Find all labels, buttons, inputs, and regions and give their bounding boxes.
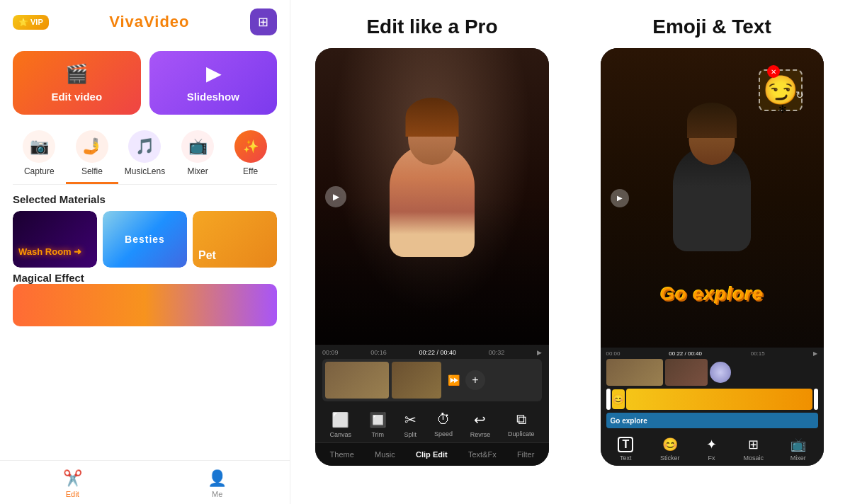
tool-mixer[interactable]: 📺 Mixer: [171, 130, 225, 184]
edit-video-icon: 🎬: [65, 63, 88, 85]
speed-icon: ⏱: [436, 411, 450, 428]
magical-effect-preview[interactable]: [13, 284, 277, 326]
tools-bar: ⬜ Canvas 🔲 Trim ✂ Split ⏱ Speed ↩ Rev: [315, 404, 549, 442]
sticker-left-handle[interactable]: [606, 389, 611, 410]
menu-text-fx[interactable]: Text&Fx: [468, 450, 497, 459]
trim-tool[interactable]: 🔲 Trim: [369, 411, 387, 438]
menu-theme[interactable]: Theme: [330, 450, 354, 459]
video-bg: ▶: [315, 48, 549, 345]
besties-label: Besties: [125, 234, 165, 245]
material-besties[interactable]: Besties: [103, 211, 187, 268]
right-person-bg: 😏 ✕ ↻ ✻ Go explore ▶: [601, 48, 824, 348]
musiclens-icon: 🎵: [128, 130, 161, 163]
canvas-tool[interactable]: ⬜ Canvas: [329, 411, 351, 438]
bottom-menu: Theme Music Clip Edit Text&Fx Filter: [315, 442, 549, 466]
right-heading: Emoji & Text: [574, 0, 850, 48]
middle-panel: Edit like a Pro: [290, 0, 574, 504]
middle-heading: Edit like a Pro: [290, 0, 574, 48]
fx-icon: ✦: [706, 437, 717, 452]
trim-icon: 🔲: [369, 411, 387, 428]
fx-tool[interactable]: ✦ Fx: [706, 437, 717, 462]
nav-me[interactable]: 👤 Me: [145, 466, 290, 501]
sticker-right-handle[interactable]: [814, 389, 818, 410]
middle-phone-mockup: ▶ 00:09 00:16 00:22 / 00:40 00:32 ▶ ⏩ +: [290, 48, 574, 504]
slideshow-icon: ▶: [206, 63, 220, 85]
tool-musiclens[interactable]: 🎵 MusicLens: [118, 130, 171, 184]
vip-badge[interactable]: ⭐ VIP: [13, 15, 49, 30]
clip-2[interactable]: [392, 362, 441, 399]
canvas-icon: ⬜: [332, 411, 349, 428]
selected-materials-title: Selected Materials: [0, 185, 290, 211]
sparkle-sticker: ✻: [778, 103, 787, 115]
sticker-yellow-bar[interactable]: [626, 389, 812, 410]
me-nav-icon: 👤: [208, 469, 227, 488]
sticker-tool[interactable]: 😊 Sticker: [660, 437, 680, 462]
text-tool[interactable]: T Text: [618, 437, 633, 462]
go-explore-overlay: Go explore: [601, 283, 824, 305]
right-phone-screen: 😏 ✕ ↻ ✻ Go explore ▶ 00:00 00:22 / 00:40…: [601, 48, 824, 466]
right-timeline: 00:00 00:22 / 00:40 00:15 ▶ 😊: [601, 348, 824, 431]
rotate-handle[interactable]: ↻: [795, 89, 804, 101]
video-area: ▶: [315, 48, 549, 345]
clip-1[interactable]: [325, 362, 389, 399]
mosaic-tool[interactable]: ⊞ Mosaic: [744, 437, 764, 462]
sticker-bar-row: 😊: [606, 389, 818, 410]
material-washroom[interactable]: Wash Room ➜: [13, 211, 97, 268]
timeline-bar: 00:09 00:16 00:22 / 00:40 00:32 ▶ ⏩ +: [315, 345, 549, 404]
add-clip-button[interactable]: +: [465, 370, 485, 390]
sticker-emoji-icon: 😊: [612, 389, 625, 409]
right-track-area: 😊 Go explore: [606, 359, 818, 428]
right-panel: Emoji & Text 😏 ✕: [574, 0, 850, 504]
split-tool[interactable]: ✂ Split: [404, 411, 417, 438]
menu-music[interactable]: Music: [375, 450, 395, 459]
tool-selfie[interactable]: 🤳 Selfie: [66, 130, 119, 184]
duplicate-tool[interactable]: ⧉ Duplicate: [508, 411, 535, 438]
circle-clip[interactable]: [710, 362, 731, 383]
tools-row: 📷 Capture 🤳 Selfie 🎵 MusicLens 📺 Mixer ✨…: [0, 125, 290, 184]
middle-phone-screen: ▶ 00:09 00:16 00:22 / 00:40 00:32 ▶ ⏩ +: [315, 48, 549, 466]
right-phone-mockup: 😏 ✕ ↻ ✻ Go explore ▶ 00:00 00:22 / 00:40…: [574, 48, 850, 504]
left-panel: ⭐ VIP VivaVideo ⊞ 🎬 Edit video ▶ Slidesh…: [0, 0, 290, 504]
right-clip-2[interactable]: [665, 359, 708, 386]
effe-icon: ✨: [234, 130, 267, 163]
revrse-tool[interactable]: ↩ Revrse: [470, 411, 491, 438]
right-clip-1[interactable]: [606, 359, 663, 386]
mosaic-icon: ⊞: [748, 437, 759, 452]
right-mixer-tool[interactable]: 📺 Mixer: [790, 437, 806, 462]
menu-clip-edit[interactable]: Clip Edit: [416, 450, 448, 459]
washroom-label: Wash Room ➜: [18, 246, 81, 257]
edit-video-button[interactable]: 🎬 Edit video: [13, 51, 141, 115]
go-explore-bar[interactable]: Go explore: [606, 413, 818, 428]
mixer-icon: 📺: [181, 130, 214, 163]
fast-forward-btn[interactable]: ⏩: [444, 371, 463, 389]
selfie-icon: 🤳: [76, 130, 108, 163]
tool-capture[interactable]: 📷 Capture: [13, 130, 66, 184]
menu-filter[interactable]: Filter: [517, 450, 534, 459]
duplicate-icon: ⧉: [516, 411, 526, 428]
material-pet[interactable]: Pet: [193, 211, 277, 268]
app-icon-button[interactable]: ⊞: [250, 8, 277, 35]
timeline-track[interactable]: ⏩ +: [322, 359, 542, 401]
text-icon: T: [618, 437, 633, 452]
nav-edit[interactable]: ✂️ Edit: [0, 466, 145, 501]
time-labels: 00:09 00:16 00:22 / 00:40 00:32 ▶: [322, 349, 542, 356]
bottom-nav: ✂️ Edit 👤 Me: [0, 460, 290, 504]
play-button[interactable]: ▶: [325, 186, 346, 207]
right-tools-bar: T Text 😊 Sticker ✦ Fx ⊞ Mosaic 📺 Mix: [601, 431, 824, 466]
go-explore-bar-row: Go explore: [606, 413, 818, 428]
magical-effect-title: Magical Effect: [0, 268, 290, 284]
revrse-icon: ↩: [474, 411, 486, 428]
right-time-labels: 00:00 00:22 / 00:40 00:15 ▶: [606, 350, 818, 357]
app-logo: VivaVideo: [109, 13, 189, 31]
action-buttons-row: 🎬 Edit video ▶ Slideshow: [0, 44, 290, 125]
tool-effe[interactable]: ✨ Effe: [224, 130, 277, 184]
speed-tool[interactable]: ⏱ Speed: [434, 411, 453, 438]
sticker-icon: 😊: [662, 437, 678, 452]
capture-icon: 📷: [23, 130, 55, 163]
emoji-close-button[interactable]: ✕: [767, 65, 780, 78]
edit-nav-icon: ✂️: [63, 469, 82, 488]
slideshow-button[interactable]: ▶ Slideshow: [149, 51, 278, 115]
right-clip-row: [606, 359, 818, 386]
right-video-area: 😏 ✕ ↻ ✻ Go explore ▶: [601, 48, 824, 348]
right-play-button[interactable]: ▶: [611, 189, 629, 207]
